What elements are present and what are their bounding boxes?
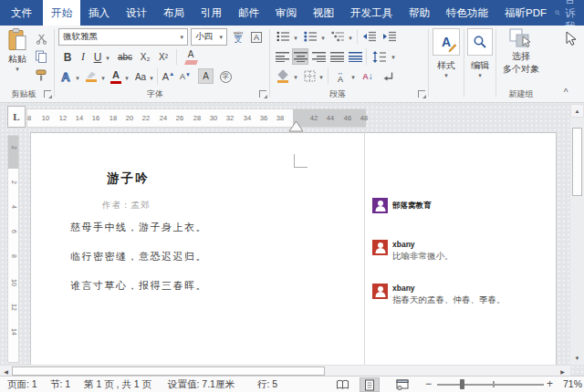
font-color-button[interactable]: A xyxy=(109,68,123,85)
tab-mailings[interactable]: 邮件 xyxy=(230,0,267,26)
line-spacing-dropdown[interactable]: ▾ xyxy=(390,53,397,60)
copy-button[interactable] xyxy=(33,49,49,64)
tab-references[interactable]: 引用 xyxy=(193,0,230,26)
clipboard-dialog-launcher[interactable] xyxy=(44,90,51,98)
tab-layout[interactable]: 布局 xyxy=(155,0,193,26)
character-scaling-button[interactable]: ↔A xyxy=(331,68,349,84)
bullets-dropdown[interactable]: ▾ xyxy=(292,34,299,41)
status-page-count[interactable]: 第 1 页 , 共 1 页 xyxy=(84,378,151,391)
paragraph-dialog-launcher[interactable] xyxy=(418,90,425,98)
scroll-right-button[interactable]: ▶ xyxy=(558,367,568,376)
grow-font-button[interactable]: A▲ xyxy=(161,68,176,85)
show-paragraph-marks-button[interactable] xyxy=(381,68,397,84)
character-border-button[interactable]: A xyxy=(248,29,265,46)
justify-button[interactable] xyxy=(328,48,345,65)
highlight-dropdown[interactable]: ▾ xyxy=(99,74,107,81)
zoom-level[interactable]: 71% xyxy=(557,378,582,389)
horizontal-scrollbar[interactable]: ◀ ▶ xyxy=(0,365,570,376)
borders-button[interactable] xyxy=(301,68,318,84)
enclose-characters-button[interactable]: 字 xyxy=(217,68,234,85)
tab-developer[interactable]: 开发工具 xyxy=(342,0,401,26)
superscript-button[interactable]: X² xyxy=(155,49,172,65)
select-multiple-objects-button[interactable]: 选择 多个对象 xyxy=(500,28,542,76)
scroll-down-button[interactable]: ▼ xyxy=(570,351,584,365)
collapse-ribbon-button[interactable]: ^ xyxy=(558,86,573,98)
zoom-in-button[interactable]: + xyxy=(547,377,553,390)
character-scaling-dropdown[interactable]: ▾ xyxy=(349,73,357,80)
comment-author[interactable]: 部落窝教育 xyxy=(392,201,432,211)
comment-text[interactable]: 比喻非常微小。 xyxy=(392,251,454,263)
tab-special-features[interactable]: 特色功能 xyxy=(438,0,496,26)
format-painter-button[interactable] xyxy=(33,67,49,82)
poem-line-3[interactable]: 谁言寸草心，报得三春晖。 xyxy=(70,279,207,293)
borders-dropdown[interactable]: ▾ xyxy=(318,73,325,80)
character-shading-button[interactable]: A xyxy=(198,68,214,84)
increase-indent-button[interactable] xyxy=(381,29,399,44)
font-color-dropdown[interactable]: ▾ xyxy=(123,74,130,81)
status-setting-value[interactable]: 设置值: 7.1厘米 xyxy=(168,378,235,391)
align-right-button[interactable] xyxy=(310,48,327,65)
cut-button[interactable] xyxy=(33,31,49,46)
vertical-scrollbar-thumb[interactable] xyxy=(572,128,582,196)
align-center-button[interactable] xyxy=(292,48,308,65)
multilevel-dropdown[interactable]: ▾ xyxy=(347,34,354,41)
vertical-ruler[interactable]: 2 2 4 6 8 10 12 14 xyxy=(7,135,19,363)
indent-marker[interactable] xyxy=(288,120,304,132)
numbering-dropdown[interactable]: ▾ xyxy=(319,34,327,41)
bullets-button[interactable] xyxy=(274,29,292,44)
editing-button[interactable]: 编辑 ▾ xyxy=(466,28,494,78)
styles-button[interactable]: A 样式 ▾ xyxy=(432,28,461,78)
underline-button[interactable]: U xyxy=(91,49,104,65)
web-layout-button[interactable] xyxy=(392,377,412,392)
comment-text[interactable]: 指春天的孟春、仲春、季春。 xyxy=(392,294,506,306)
font-name-combo[interactable]: 微软雅黑 ▾ xyxy=(58,28,188,46)
tab-view[interactable]: 视图 xyxy=(305,0,342,26)
tab-design[interactable]: 设计 xyxy=(118,0,155,26)
poem-line-2[interactable]: 临行密密缝，意恐迟迟归。 xyxy=(70,250,207,263)
shading-button[interactable] xyxy=(274,68,292,84)
font-dialog-launcher[interactable] xyxy=(259,90,266,98)
change-case-dropdown[interactable]: ▾ xyxy=(148,74,155,81)
zoom-out-button[interactable]: − xyxy=(425,377,432,390)
line-spacing-button[interactable] xyxy=(370,48,390,65)
font-size-combo[interactable]: 小四 ▾ xyxy=(191,28,227,46)
read-mode-button[interactable] xyxy=(332,377,352,392)
status-page[interactable]: 页面: 1 xyxy=(7,378,37,391)
status-section[interactable]: 节: 1 xyxy=(50,378,70,391)
clear-formatting-button[interactable]: A xyxy=(181,49,201,65)
zoom-slider-thumb[interactable] xyxy=(460,379,464,389)
underline-dropdown[interactable]: ▾ xyxy=(104,54,111,61)
zoom-slider-track[interactable] xyxy=(437,384,544,386)
multilevel-list-button[interactable] xyxy=(328,29,347,44)
sort-button[interactable]: A ↓ xyxy=(359,68,377,84)
scroll-left-button[interactable]: ◀ xyxy=(1,367,11,376)
horizontal-ruler[interactable]: 8 10 12 14 16 18 20 22 24 26 28 30 32 34… xyxy=(26,108,366,128)
decrease-indent-button[interactable] xyxy=(360,29,379,44)
tab-stop-selector[interactable]: L xyxy=(7,106,26,128)
tab-review[interactable]: 审阅 xyxy=(267,0,305,26)
tab-foxit-pdf[interactable]: 福昕PDF xyxy=(496,0,555,26)
paste-button[interactable]: 粘贴 ▾ xyxy=(4,28,31,72)
tab-insert[interactable]: 插入 xyxy=(80,0,118,26)
document-author[interactable]: 作者：孟郊 xyxy=(102,200,151,211)
comment-author[interactable]: xbany xyxy=(392,284,415,293)
horizontal-scrollbar-thumb[interactable] xyxy=(12,366,325,376)
shading-dropdown[interactable]: ▾ xyxy=(292,73,299,80)
text-effects-dropdown[interactable]: ▾ xyxy=(74,74,81,81)
document-title[interactable]: 游子吟 xyxy=(107,170,150,187)
text-effects-button[interactable]: A xyxy=(58,68,73,85)
bold-button[interactable]: B xyxy=(60,49,75,65)
shrink-font-button[interactable]: A▼ xyxy=(178,68,193,85)
distribute-button[interactable] xyxy=(347,48,363,65)
highlight-color-button[interactable] xyxy=(83,68,99,85)
italic-button[interactable]: I xyxy=(77,49,89,65)
tab-file[interactable]: 文件 xyxy=(0,0,43,26)
status-line-number[interactable]: 行: 5 xyxy=(257,378,277,391)
numbering-button[interactable] xyxy=(301,29,319,44)
change-case-button[interactable]: Aa xyxy=(132,68,149,85)
poem-line-1[interactable]: 慈母手中线，游子身上衣。 xyxy=(70,221,207,234)
align-left-button[interactable] xyxy=(274,48,290,65)
scroll-up-button[interactable]: ▲ xyxy=(570,104,584,118)
print-layout-button[interactable] xyxy=(360,377,380,392)
strikethrough-button[interactable]: abc xyxy=(115,49,135,65)
